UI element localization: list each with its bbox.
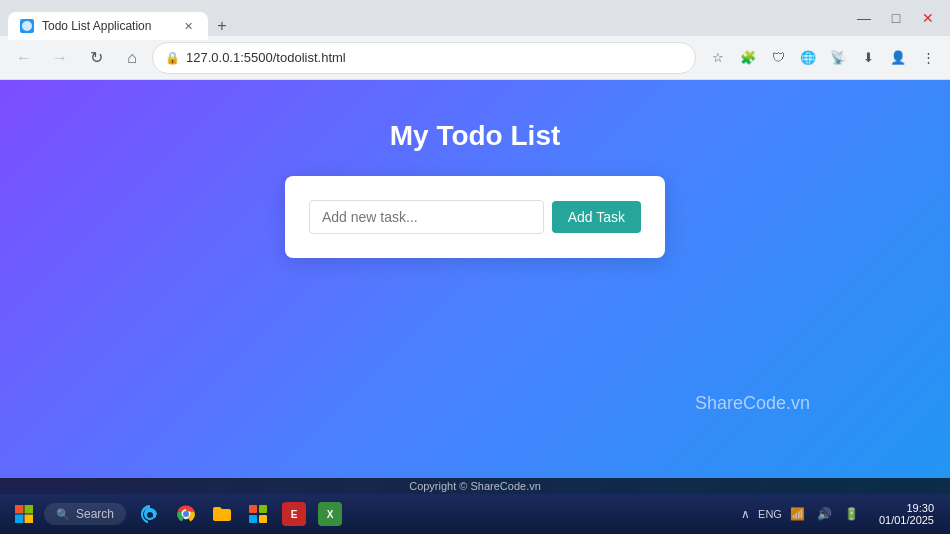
taskbar-app-edge[interactable]: [134, 498, 166, 530]
toolbar-right-actions: ☆ 🧩 🛡 🌐 📡 ⬇ 👤 ⋮: [704, 44, 942, 72]
taskbar-app-store[interactable]: [242, 498, 274, 530]
battery-icon[interactable]: 🔋: [840, 505, 863, 523]
language-indicator[interactable]: ENG: [758, 508, 782, 520]
browser-window: Todo List Application ✕ + — □ ✕ ← → ↻ ⌂ …: [0, 0, 950, 534]
system-tray-icons: ∧ ENG 📶 🔊 🔋: [737, 505, 863, 523]
svg-rect-2: [25, 505, 34, 514]
tab-favicon: [20, 19, 34, 33]
address-bar-container[interactable]: 🔒: [152, 42, 696, 74]
svg-point-0: [22, 21, 32, 31]
taskbar-right: ∧ ENG 📶 🔊 🔋 19:30 01/01/2025: [737, 500, 942, 528]
svg-rect-7: [249, 505, 257, 513]
taskbar-app-green[interactable]: X: [314, 498, 346, 530]
chevron-up-icon[interactable]: ∧: [737, 505, 754, 523]
tab-bar: Todo List Application ✕ +: [8, 0, 846, 36]
bookmark-icon[interactable]: ☆: [704, 44, 732, 72]
tab-close-button[interactable]: ✕: [180, 18, 196, 34]
home-button[interactable]: ⌂: [116, 42, 148, 74]
svg-rect-9: [249, 515, 257, 523]
address-input[interactable]: [186, 50, 683, 65]
shield-icon[interactable]: 🛡: [764, 44, 792, 72]
extensions-icon[interactable]: 🧩: [734, 44, 762, 72]
task-input[interactable]: [309, 200, 544, 234]
close-button[interactable]: ✕: [914, 4, 942, 32]
start-button[interactable]: [8, 498, 40, 530]
volume-icon[interactable]: 🔊: [813, 505, 836, 523]
tab-title: Todo List Application: [42, 19, 172, 33]
svg-rect-4: [25, 515, 34, 524]
browser-toolbar: ← → ↻ ⌂ 🔒 ☆ 🧩 🛡 🌐 📡 ⬇ 👤 ⋮: [0, 36, 950, 80]
todo-card: Add Task: [285, 176, 665, 258]
copyright-bar: Copyright © ShareCode.vn: [0, 478, 950, 494]
system-clock[interactable]: 19:30 01/01/2025: [871, 500, 942, 528]
svg-rect-1: [15, 505, 24, 514]
add-task-button[interactable]: Add Task: [552, 201, 641, 233]
taskbar-app-chrome[interactable]: [170, 498, 202, 530]
lock-icon: 🔒: [165, 51, 180, 65]
clock-time: 19:30: [879, 502, 934, 514]
svg-rect-3: [15, 515, 24, 524]
taskbar-search[interactable]: 🔍 Search: [44, 503, 126, 525]
svg-point-6: [183, 511, 189, 517]
page-title: My Todo List: [390, 120, 561, 152]
browser-titlebar: Todo List Application ✕ + — □ ✕: [0, 0, 950, 36]
reload-button[interactable]: ↻: [80, 42, 112, 74]
globe-icon[interactable]: 🌐: [794, 44, 822, 72]
profile-icon[interactable]: 👤: [884, 44, 912, 72]
more-menu-button[interactable]: ⋮: [914, 44, 942, 72]
page-content: My Todo List Add Task ShareCode.vn: [0, 80, 950, 494]
forward-button[interactable]: →: [44, 42, 76, 74]
maximize-button[interactable]: □: [882, 4, 910, 32]
todo-input-row: Add Task: [309, 200, 641, 234]
back-button[interactable]: ←: [8, 42, 40, 74]
taskbar-search-text: Search: [76, 507, 114, 521]
wifi-icon[interactable]: 📶: [786, 505, 809, 523]
search-icon: 🔍: [56, 508, 70, 521]
taskbar-apps: E X: [134, 498, 346, 530]
minimize-button[interactable]: —: [850, 4, 878, 32]
svg-rect-10: [259, 515, 267, 523]
cast-icon[interactable]: 📡: [824, 44, 852, 72]
watermark: ShareCode.vn: [695, 393, 810, 414]
browser-window-controls: — □ ✕: [850, 4, 942, 32]
taskbar: 🔍 Search: [0, 494, 950, 534]
browser-tab[interactable]: Todo List Application ✕: [8, 12, 208, 40]
taskbar-app-red[interactable]: E: [278, 498, 310, 530]
clock-date: 01/01/2025: [879, 514, 934, 526]
new-tab-button[interactable]: +: [208, 12, 236, 40]
download-icon[interactable]: ⬇: [854, 44, 882, 72]
taskbar-app-folder[interactable]: [206, 498, 238, 530]
svg-rect-8: [259, 505, 267, 513]
